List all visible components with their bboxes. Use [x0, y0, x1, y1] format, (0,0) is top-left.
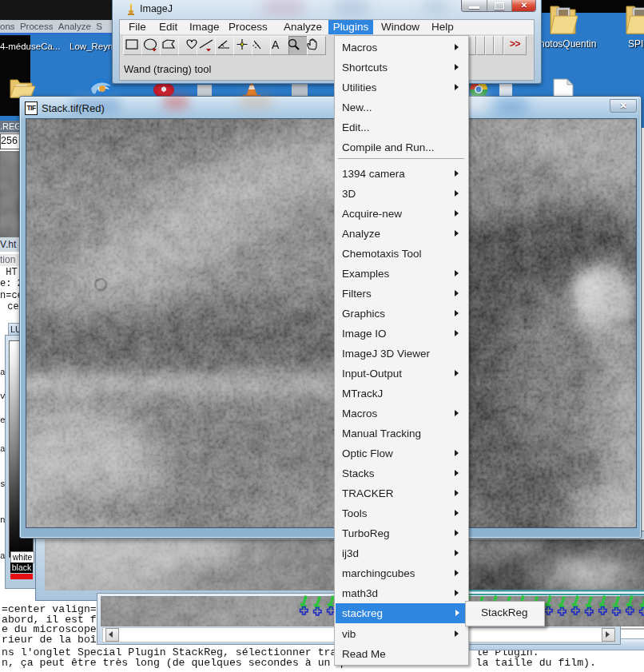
svg-text:A: A: [272, 38, 280, 51]
